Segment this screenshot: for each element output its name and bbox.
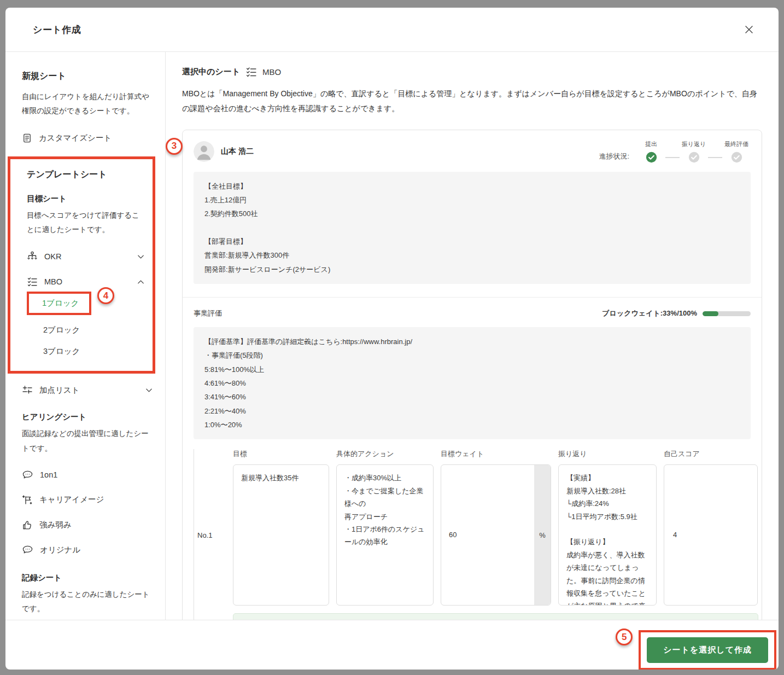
sidebar-item-katen-list[interactable]: 加点リスト xyxy=(22,385,153,395)
step-connector xyxy=(708,157,722,158)
document-icon xyxy=(22,133,32,143)
block-weight-label: ブロックウェイト:33%/100% xyxy=(602,309,697,318)
chevron-up-icon[interactable] xyxy=(137,278,145,286)
review-cell: 【実績】 新規導入社数:28社 └成約率:24% └1日平均アポ数:5.9社 【… xyxy=(558,464,657,606)
progress-step-submit: 提出 xyxy=(637,140,665,163)
progress-label: 進捗状況: xyxy=(599,152,629,163)
checklist-icon xyxy=(27,276,38,287)
close-icon xyxy=(744,24,754,35)
checklist-icon xyxy=(245,66,257,78)
chevron-down-icon[interactable] xyxy=(137,253,145,261)
sidebar-item-hearing-original[interactable]: オリジナル xyxy=(22,545,153,555)
new-sheet-heading: 新規シート xyxy=(22,71,153,82)
flag-icon xyxy=(22,494,33,505)
col-header-self-score: 自己スコア xyxy=(664,449,758,464)
modal-footer: 5 シートを選択して作成 xyxy=(5,620,779,670)
progress-step-final: 最終評価 xyxy=(722,140,751,163)
step-connector xyxy=(665,157,680,158)
col-header-goal: 目標 xyxy=(233,449,329,464)
criteria-box: 【評価基準】評価基準の詳細定義はこちら:https://www.hrbrain.… xyxy=(194,327,751,439)
actions-cell: ・成約率30%以上 ・今までご提案した企業様への 再アプローチ ・1日アポ6件の… xyxy=(336,464,434,606)
submit-annotation-box: 5 シートを選択して作成 xyxy=(639,630,776,670)
selected-sheet-row: 選択中のシート MBO xyxy=(182,66,762,78)
chevron-down-icon[interactable] xyxy=(145,386,153,394)
card-header: 山本 浩二 進捗状況: 提出 振り返り xyxy=(194,140,751,163)
mbo-block-list: 1ブロック 4 2ブロック 3ブロック xyxy=(27,292,145,362)
goal-sheet-heading: 目標シート xyxy=(27,194,145,204)
close-button[interactable] xyxy=(744,24,754,35)
modal-body: 新規シート 自由にレイアウトを組んだり計算式や権限の設定ができるシートです。 カ… xyxy=(5,52,779,620)
selected-sheet-name: MBO xyxy=(262,67,281,77)
sheet-description: MBOとは「Management By Objective」の略で、直訳すると「… xyxy=(182,86,762,117)
sidebar-item-strengths[interactable]: 強み弱み xyxy=(22,520,153,531)
hearing-sheet-description: 面談記録などの提出管理に適したシートです。 xyxy=(22,427,153,456)
progress-step-review: 振り返り xyxy=(680,140,708,163)
check-circle-pending-icon xyxy=(688,152,700,163)
sidebar-item-1on1[interactable]: 1on1 xyxy=(22,470,153,480)
block-section-row: 事業評価 ブロックウェイト:33%/100% xyxy=(194,309,751,318)
goal-sheet-description: 目標へスコアをつけて評価することに適したシートです。 xyxy=(27,208,145,237)
sidebar-item-label: 加点リスト xyxy=(39,385,80,395)
sidebar-item-label: 1on1 xyxy=(40,470,57,479)
sidebar-item-label: オリジナル xyxy=(40,545,80,555)
annotation-badge-5: 5 xyxy=(616,629,633,645)
sidebar-item-label: 強み弱み xyxy=(39,520,72,530)
sheet-create-modal: シート作成 新規シート 自由にレイアウトを組んだり計算式や権限の設定ができるシー… xyxy=(5,8,779,670)
block-title: 事業評価 xyxy=(194,309,222,318)
company-goals-box: 【全社目標】 1.売上12億円 2.契約件数500社 【部署目標】 営業部:新規… xyxy=(194,172,751,284)
weight-value: 60 xyxy=(449,529,457,542)
sidebar: 新規シート 自由にレイアウトを組んだり計算式や権限の設定ができるシートです。 カ… xyxy=(5,52,166,620)
feedback-section: No.1へのフィードバック 最終評価者 田中 周平 最終評価者 xyxy=(233,613,758,620)
block-weight: ブロックウェイト:33%/100% xyxy=(602,309,751,318)
progress-status: 進捗状況: 提出 振り返り xyxy=(599,140,751,163)
sliders-icon xyxy=(22,385,33,395)
modal-header: シート作成 xyxy=(5,8,779,52)
record-sheet-description: 記録をつけることのみに適したシートです。 xyxy=(22,587,153,616)
sidebar-item-2block[interactable]: 2ブロック xyxy=(28,319,145,341)
sidebar-item-label: OKR xyxy=(44,252,61,261)
divider xyxy=(183,297,762,298)
hearing-sheet-heading: ヒアリングシート xyxy=(22,412,153,422)
main-panel: 選択中のシート MBO MBOとは「Management By Objectiv… xyxy=(166,52,779,620)
goal-table-header: 目標 具体的アクション 目標ウェイト 振り返り 自己スコア xyxy=(194,449,751,464)
sidebar-item-3block[interactable]: 3ブロック xyxy=(28,341,145,362)
avatar xyxy=(194,141,214,162)
template-annotation-box: テンプレートシート 目標シート 目標へスコアをつけて評価することに適したシートで… xyxy=(8,156,155,374)
sidebar-item-mbo[interactable]: MBO xyxy=(27,276,145,287)
weight-unit: % xyxy=(534,465,551,605)
speech-bubble-icon xyxy=(22,545,33,555)
block-weight-bar xyxy=(703,311,751,316)
col-header-review: 振り返り xyxy=(558,449,657,464)
sidebar-item-label: キャリアイメージ xyxy=(39,494,104,505)
sidebar-item-1block[interactable]: 1ブロック xyxy=(29,294,89,313)
record-sheet-heading: 記録シート xyxy=(22,573,153,583)
goal-cell: 新規導入社数35件 xyxy=(233,464,329,606)
sidebar-item-okr[interactable]: OKR xyxy=(27,251,145,262)
weight-cell: 60 % xyxy=(441,464,551,606)
check-circle-done-icon xyxy=(646,152,657,163)
sheet-preview-card: 3 山本 浩二 進捗状況: 提出 xyxy=(182,130,762,620)
sidebar-item-career-image[interactable]: キャリアイメージ xyxy=(22,494,153,505)
col-header-actions: 具体的アクション xyxy=(336,449,434,464)
template-heading: テンプレートシート xyxy=(27,169,145,181)
selected-sheet-label: 選択中のシート xyxy=(182,67,240,77)
speech-bubble-icon xyxy=(22,470,33,480)
feedback-header: No.1へのフィードバック xyxy=(233,613,758,620)
create-sheet-button[interactable]: シートを選択して作成 xyxy=(647,637,768,663)
block-weight-fill xyxy=(703,311,718,316)
self-score-value: 4 xyxy=(673,529,677,542)
new-sheet-description: 自由にレイアウトを組んだり計算式や権限の設定ができるシートです。 xyxy=(22,90,153,119)
block-annotation-box: 1ブロック 4 xyxy=(27,292,91,315)
sidebar-item-customize-sheet[interactable]: カスタマイズシート xyxy=(22,133,153,143)
annotation-badge-4: 4 xyxy=(97,287,114,304)
self-score-cell: 4 xyxy=(664,464,758,606)
row-label: No.1 xyxy=(194,531,226,539)
sidebar-item-label: MBO xyxy=(44,277,62,286)
progress-steps: 提出 振り返り 最終評価 xyxy=(637,140,751,163)
modal-title: シート作成 xyxy=(33,24,81,36)
thumbs-up-icon xyxy=(22,520,33,531)
annotation-badge-3: 3 xyxy=(166,138,183,155)
col-header-weight: 目標ウェイト xyxy=(441,449,551,464)
org-tree-icon xyxy=(27,251,38,262)
sidebar-item-label: カスタマイズシート xyxy=(39,133,112,143)
